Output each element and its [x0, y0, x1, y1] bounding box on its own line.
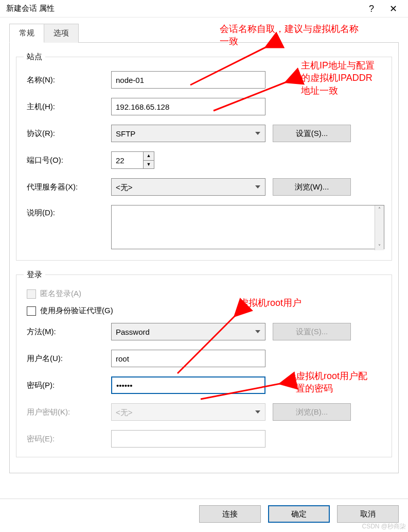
method-settings-button: 设置(S)... — [273, 323, 351, 340]
anon-login-checkbox — [27, 289, 36, 299]
spin-down-icon[interactable]: ▼ — [144, 161, 154, 169]
proxy-select[interactable]: <无> — [111, 178, 265, 196]
connect-button[interactable]: 连接 — [199, 505, 261, 523]
auth-agent-row[interactable]: 使用身份验证代理(G) — [27, 306, 384, 316]
desc-label: 说明(D): — [24, 205, 111, 218]
site-group: 站点 名称(N): 主机(H): 协议(R): SFTP — [16, 52, 392, 261]
textarea-scrollbar[interactable]: ˄ ˅ — [375, 205, 384, 250]
scroll-down-icon[interactable]: ˅ — [375, 243, 384, 250]
site-legend: 站点 — [24, 52, 45, 62]
anon-login-label: 匿名登录(A) — [40, 289, 81, 299]
titlebar: 新建会话 属性 ? ✕ — [0, 0, 408, 18]
watermark: CSDN @秒商柒 — [362, 522, 406, 531]
protocol-select[interactable]: SFTP — [111, 125, 265, 142]
password-label: 密码(P): — [24, 381, 111, 390]
passphrase-input — [111, 430, 265, 448]
method-label: 方法(M): — [24, 327, 111, 337]
user-label: 用户名(U): — [24, 354, 111, 364]
anon-login-row: 匿名登录(A) — [27, 289, 384, 299]
userkey-select: <无> — [111, 403, 265, 421]
window-title: 新建会话 属性 — [6, 4, 361, 13]
name-input[interactable] — [111, 71, 265, 89]
close-button[interactable]: ✕ — [382, 0, 404, 18]
host-label: 主机(H): — [24, 102, 111, 112]
auth-agent-checkbox[interactable] — [27, 306, 36, 316]
password-input[interactable] — [111, 376, 265, 394]
proxy-browse-button[interactable]: 浏览(W)... — [273, 178, 351, 196]
name-label: 名称(N): — [24, 75, 111, 85]
tab-general[interactable]: 常规 — [9, 24, 44, 43]
protocol-label: 协议(R): — [24, 129, 111, 139]
user-input[interactable] — [111, 350, 265, 367]
method-select[interactable]: Password — [111, 323, 265, 340]
spin-up-icon[interactable]: ▲ — [144, 152, 154, 161]
tab-panel: 站点 名称(N): 主机(H): 协议(R): SFTP — [9, 42, 399, 473]
protocol-settings-button[interactable]: 设置(S)... — [273, 125, 351, 142]
login-legend: 登录 — [24, 270, 45, 280]
cancel-button[interactable]: 取消 — [337, 505, 399, 523]
tab-options[interactable]: 选项 — [44, 24, 79, 43]
help-button[interactable]: ? — [361, 0, 382, 18]
auth-agent-label: 使用身份验证代理(G) — [40, 306, 113, 316]
login-group: 登录 匿名登录(A) 使用身份验证代理(G) 方法(M): Password 设… — [16, 270, 392, 457]
scroll-up-icon[interactable]: ˄ — [375, 205, 384, 213]
userkey-label: 用户密钥(K): — [24, 407, 111, 417]
tab-strip: 常规 选项 — [9, 24, 408, 43]
host-input[interactable] — [111, 98, 265, 115]
desc-textarea[interactable] — [111, 205, 384, 249]
passphrase-label: 密码(E): — [24, 434, 111, 444]
ok-button[interactable]: 确定 — [268, 505, 330, 523]
dialog-footer: 连接 确定 取消 — [0, 499, 408, 523]
port-input[interactable] — [111, 151, 143, 169]
proxy-label: 代理服务器(X): — [24, 182, 111, 192]
port-spinner[interactable]: ▲ ▼ — [111, 151, 154, 169]
port-label: 端口号(O): — [24, 156, 111, 165]
userkey-browse-button: 浏览(B)... — [273, 403, 351, 421]
